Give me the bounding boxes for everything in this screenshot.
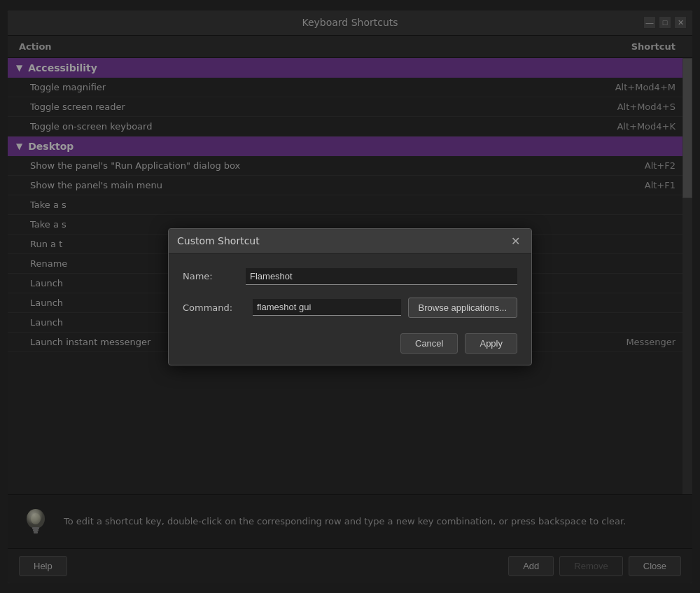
main-window: Keyboard Shortcuts — □ ✕ Action Shortcut…: [7, 10, 693, 584]
modal-title: Custom Shortcut: [177, 235, 260, 246]
name-label: Name:: [183, 271, 246, 281]
command-input[interactable]: [253, 299, 401, 316]
modal-titlebar: Custom Shortcut ✕: [169, 229, 531, 254]
apply-button[interactable]: Apply: [465, 333, 517, 354]
custom-shortcut-dialog: Custom Shortcut ✕ Name: Command: Browse …: [168, 228, 532, 365]
command-input-wrap: [253, 299, 401, 316]
command-field-row: Command: Browse applications...: [183, 298, 517, 318]
name-field-row: Name:: [183, 268, 517, 285]
browse-applications-button[interactable]: Browse applications...: [408, 298, 517, 318]
modal-actions: Cancel Apply: [183, 330, 517, 354]
command-label: Command:: [183, 302, 246, 313]
modal-body: Name: Command: Browse applications... Ca…: [169, 254, 531, 365]
name-input[interactable]: [246, 268, 517, 285]
cancel-button[interactable]: Cancel: [400, 333, 458, 354]
modal-close-button[interactable]: ✕: [508, 235, 523, 248]
modal-overlay: Custom Shortcut ✕ Name: Command: Browse …: [8, 11, 692, 583]
